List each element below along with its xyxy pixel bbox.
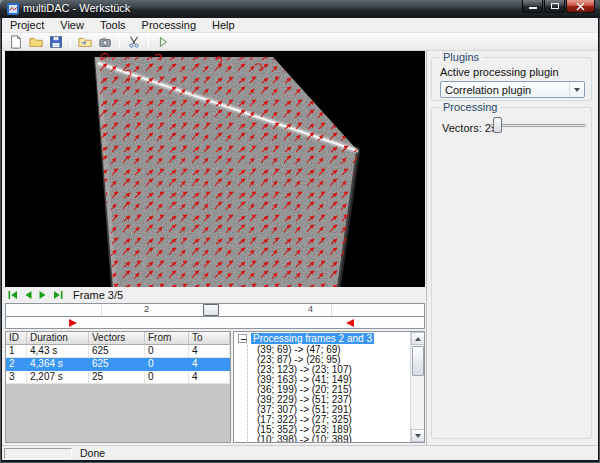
cell-vectors: 25 bbox=[89, 371, 145, 384]
cell-from: 0 bbox=[145, 371, 189, 384]
tree-scrollbar[interactable] bbox=[410, 332, 424, 442]
statusbar: Done bbox=[2, 445, 598, 460]
cell-duration: 2,207 s bbox=[27, 371, 89, 384]
next-frame-button[interactable] bbox=[35, 289, 50, 302]
right-panel: Plugins Active processing plugin Correla… bbox=[427, 51, 598, 445]
frame-navigation: Frame 3/5 bbox=[5, 288, 425, 302]
new-document-icon bbox=[9, 35, 23, 49]
cell-duration: 4,43 s bbox=[27, 345, 89, 358]
timeline-divider bbox=[331, 305, 332, 316]
previous-frame-icon bbox=[22, 289, 34, 301]
close-icon bbox=[576, 2, 585, 11]
maximize-icon bbox=[551, 3, 559, 9]
minimize-icon bbox=[529, 7, 537, 9]
cut-icon bbox=[127, 35, 141, 49]
run-icon bbox=[156, 35, 170, 49]
save-button[interactable] bbox=[46, 33, 66, 50]
column-header-duration[interactable]: Duration bbox=[27, 332, 89, 345]
maximize-button[interactable] bbox=[544, 0, 565, 13]
last-frame-icon bbox=[52, 289, 64, 301]
menu-help[interactable]: Help bbox=[204, 18, 243, 32]
import-folder-button[interactable] bbox=[75, 33, 95, 50]
scroll-down-button[interactable] bbox=[411, 429, 425, 442]
cell-to: 4 bbox=[189, 345, 230, 358]
collapse-icon[interactable] bbox=[238, 334, 247, 343]
table-row[interactable]: 3 2,207 s 25 0 4 bbox=[6, 371, 230, 384]
range-start-marker[interactable] bbox=[69, 319, 77, 327]
frame-counter-label: Frame 3/5 bbox=[73, 289, 123, 301]
cut-button[interactable] bbox=[124, 33, 144, 50]
toolbar-separator bbox=[70, 35, 71, 48]
last-frame-button[interactable] bbox=[50, 289, 65, 302]
timeline-tick-4: 4 bbox=[308, 304, 313, 314]
app-icon bbox=[7, 3, 19, 15]
specimen-image bbox=[5, 51, 425, 287]
window-title: multiDAC - Werkstück bbox=[23, 2, 130, 14]
image-viewport[interactable] bbox=[5, 51, 425, 287]
minimize-button[interactable] bbox=[522, 0, 543, 13]
timeline-thumb[interactable] bbox=[203, 304, 219, 316]
table-row-selected[interactable]: 2 4,364 s 625 0 4 bbox=[6, 358, 230, 371]
plugins-group-title: Plugins bbox=[440, 51, 482, 63]
menubar: Project View Tools Processing Help bbox=[2, 18, 598, 33]
cell-id: 3 bbox=[6, 371, 27, 384]
timeline-divider bbox=[101, 305, 102, 316]
timeline-track[interactable]: 2 4 bbox=[5, 303, 425, 317]
cell-from: 0 bbox=[145, 345, 189, 358]
status-panel bbox=[4, 448, 72, 459]
scroll-up-icon bbox=[415, 337, 421, 341]
table-row[interactable]: 1 4,43 s 625 0 4 bbox=[6, 345, 230, 358]
plugin-combobox[interactable]: Correlation plugin bbox=[440, 81, 585, 98]
next-frame-icon bbox=[37, 289, 49, 301]
toolbar-separator bbox=[119, 35, 120, 48]
cell-to: 4 bbox=[189, 371, 230, 384]
tree-root-label[interactable]: Processing frames 2 and 3 bbox=[251, 333, 374, 344]
vector-tree: Processing frames 2 and 3 (39; 69) -> (4… bbox=[233, 331, 425, 443]
save-icon bbox=[49, 35, 63, 49]
client-area: Project View Tools Processing Help bbox=[2, 18, 598, 460]
cell-id: 2 bbox=[6, 358, 27, 371]
scroll-down-icon bbox=[415, 434, 421, 438]
cell-vectors: 625 bbox=[89, 358, 145, 371]
menu-project[interactable]: Project bbox=[2, 18, 52, 32]
menu-tools[interactable]: Tools bbox=[92, 18, 134, 32]
first-frame-icon bbox=[7, 289, 19, 301]
column-header-to[interactable]: To bbox=[189, 332, 230, 345]
vectors-slider[interactable] bbox=[490, 116, 586, 134]
import-folder-icon bbox=[78, 35, 92, 49]
column-header-from[interactable]: From bbox=[145, 332, 189, 345]
slider-track[interactable] bbox=[490, 124, 586, 127]
vectors-label: Vectors: 25 bbox=[442, 122, 497, 134]
column-header-id[interactable]: ID bbox=[6, 332, 27, 345]
open-folder-button[interactable] bbox=[26, 33, 46, 50]
status-text: Done bbox=[80, 447, 105, 459]
plugins-groupbox: Plugins Active processing plugin Correla… bbox=[431, 57, 592, 101]
timeline-tick-2: 2 bbox=[144, 304, 149, 314]
slider-thumb[interactable] bbox=[493, 117, 502, 133]
cell-vectors: 625 bbox=[89, 345, 145, 358]
range-end-marker[interactable] bbox=[346, 319, 354, 327]
menu-view[interactable]: View bbox=[52, 18, 92, 32]
camera-button[interactable] bbox=[95, 33, 115, 50]
new-document-button[interactable] bbox=[6, 33, 26, 50]
desktop: multiDAC - Werkstück Project View Tools … bbox=[0, 0, 600, 463]
titlebar[interactable]: multiDAC - Werkstück bbox=[0, 0, 600, 18]
toolbar bbox=[2, 33, 598, 51]
column-header-vectors[interactable]: Vectors bbox=[89, 332, 145, 345]
scroll-up-button[interactable] bbox=[411, 332, 425, 345]
plugin-combobox-value: Correlation plugin bbox=[441, 84, 569, 96]
range-marker-track bbox=[5, 317, 425, 329]
app-window: multiDAC - Werkstück Project View Tools … bbox=[0, 0, 600, 463]
menu-processing[interactable]: Processing bbox=[134, 18, 204, 32]
processing-groupbox: Processing Vectors: 25 bbox=[431, 107, 592, 439]
first-frame-button[interactable] bbox=[5, 289, 20, 302]
chevron-down-icon bbox=[574, 88, 580, 92]
close-button[interactable] bbox=[566, 0, 595, 13]
combobox-dropdown-button[interactable] bbox=[569, 82, 584, 97]
table-header-row: ID Duration Vectors From To bbox=[6, 332, 230, 345]
scrollbar-thumb[interactable] bbox=[412, 346, 424, 376]
previous-frame-button[interactable] bbox=[20, 289, 35, 302]
jobs-table: ID Duration Vectors From To 1 4,43 s 625… bbox=[5, 331, 231, 443]
run-button[interactable] bbox=[153, 33, 173, 50]
tree-item[interactable]: (10; 398) -> (10; 389) bbox=[257, 435, 424, 443]
